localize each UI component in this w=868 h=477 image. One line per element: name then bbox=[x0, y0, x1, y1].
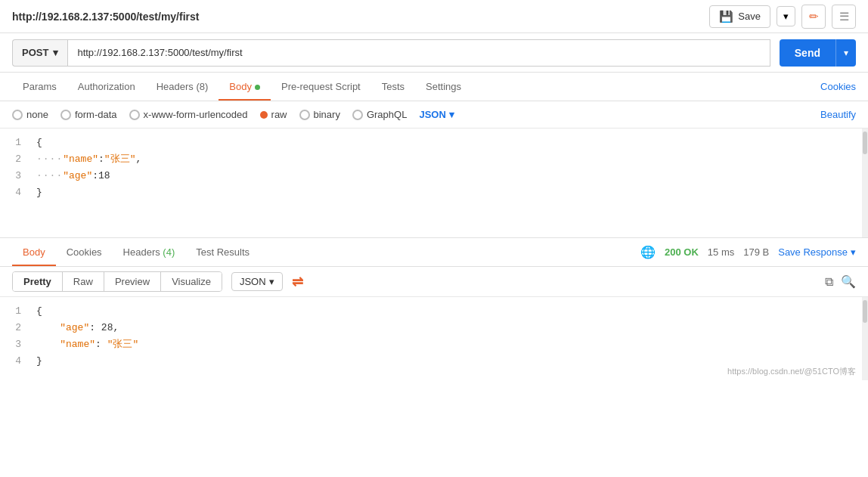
method-label: POST bbox=[22, 47, 48, 58]
fmt-tab-pretty[interactable]: Pretty bbox=[13, 272, 63, 291]
status-code: 200 OK bbox=[665, 246, 699, 258]
resp-tab-body[interactable]: Body bbox=[12, 239, 56, 265]
request-tabs: Params Authorization Headers (8) Body Pr… bbox=[0, 73, 868, 101]
resp-code-line-3: ····"name": "张三" bbox=[36, 336, 856, 353]
notes-button[interactable]: ☰ bbox=[832, 5, 856, 29]
request-bar: POST ▾ Send ▾ bbox=[0, 33, 868, 73]
edit-icon: ✏ bbox=[809, 10, 819, 23]
beautify-button[interactable]: Beautify bbox=[820, 109, 856, 120]
request-code-content[interactable]: { ····"name":"张三", ····"age":18 } bbox=[30, 129, 862, 237]
response-time: 15 ms bbox=[708, 246, 734, 258]
notes-icon: ☰ bbox=[839, 10, 849, 23]
save-chevron-button[interactable]: ▾ bbox=[777, 6, 795, 26]
radio-raw-dot bbox=[260, 111, 268, 119]
format-tab-group: Pretty Raw Preview Visualize bbox=[12, 271, 222, 292]
response-scrollbar[interactable] bbox=[862, 297, 868, 380]
option-raw[interactable]: raw bbox=[260, 109, 287, 120]
code-line-4: } bbox=[36, 184, 856, 201]
save-button[interactable]: 💾 Save bbox=[709, 5, 770, 28]
resp-code-line-2: ····"age": 28, bbox=[36, 320, 856, 336]
option-graphql[interactable]: GraphQL bbox=[352, 109, 407, 120]
cookies-link[interactable]: Cookies bbox=[820, 81, 856, 92]
fmt-tab-visualize[interactable]: Visualize bbox=[161, 272, 222, 291]
response-size: 179 B bbox=[743, 246, 769, 258]
resp-tab-cookies[interactable]: Cookies bbox=[56, 239, 113, 265]
option-form-data[interactable]: form-data bbox=[60, 109, 117, 120]
resp-code-line-1: { bbox=[36, 303, 856, 320]
wrap-lines-icon[interactable]: ⇌ bbox=[292, 274, 303, 290]
body-active-dot bbox=[255, 85, 260, 90]
response-line-numbers: 1 2 3 4 bbox=[0, 297, 30, 380]
resp-tab-test-results[interactable]: Test Results bbox=[185, 239, 260, 265]
tab-pre-request-script[interactable]: Pre-request Script bbox=[271, 73, 371, 100]
send-chevron-button[interactable]: ▾ bbox=[835, 39, 856, 67]
tab-tests[interactable]: Tests bbox=[371, 73, 415, 100]
edit-button[interactable]: ✏ bbox=[801, 5, 826, 29]
url-input[interactable] bbox=[67, 39, 770, 67]
request-scrollbar-thumb bbox=[863, 132, 867, 154]
radio-form-data bbox=[60, 110, 71, 120]
tab-settings[interactable]: Settings bbox=[415, 73, 472, 100]
request-scrollbar[interactable] bbox=[862, 129, 868, 237]
radio-graphql bbox=[352, 110, 363, 120]
save-response-chevron-icon: ▾ bbox=[851, 246, 856, 258]
code-line-3: ····"age":18 bbox=[36, 168, 856, 184]
code-line-2: ····"name":"张三", bbox=[36, 151, 856, 168]
radio-binary bbox=[299, 110, 310, 120]
top-bar: http://192.168.2.137:5000/test/my/first … bbox=[0, 0, 868, 33]
tab-body[interactable]: Body bbox=[219, 73, 271, 100]
save-response-button[interactable]: Save Response ▾ bbox=[778, 246, 856, 258]
json-format-select[interactable]: JSON ▾ bbox=[419, 109, 454, 120]
response-tabs: Body Cookies Headers (4) Test Results 🌐 … bbox=[0, 238, 868, 267]
body-options: none form-data x-www-form-urlencoded raw… bbox=[0, 101, 868, 129]
send-chevron-icon: ▾ bbox=[844, 48, 848, 58]
option-urlencoded[interactable]: x-www-form-urlencoded bbox=[129, 109, 248, 120]
json-fmt-chevron-icon: ▾ bbox=[269, 276, 274, 287]
json-chevron-icon: ▾ bbox=[449, 109, 454, 120]
top-bar-url: http://192.168.2.137:5000/test/my/first bbox=[12, 11, 199, 23]
method-select[interactable]: POST ▾ bbox=[12, 39, 67, 67]
globe-icon: 🌐 bbox=[640, 245, 656, 259]
tab-params[interactable]: Params bbox=[12, 73, 67, 100]
save-icon: 💾 bbox=[719, 10, 733, 23]
code-line-1: { bbox=[36, 135, 856, 151]
radio-none bbox=[12, 110, 23, 120]
request-line-numbers: 1 2 3 4 bbox=[0, 129, 30, 237]
method-chevron-icon: ▾ bbox=[53, 47, 58, 58]
copy-icon[interactable]: ⧉ bbox=[825, 275, 833, 289]
save-label: Save bbox=[738, 11, 761, 22]
response-action-icons: ⧉ 🔍 bbox=[825, 274, 856, 289]
response-code-editor[interactable]: 1 2 3 4 { ····"age": 28, ····"name": "张三… bbox=[0, 297, 868, 380]
response-scrollbar-thumb bbox=[863, 300, 867, 323]
send-button[interactable]: Send bbox=[780, 39, 835, 67]
request-code-editor[interactable]: 1 2 3 4 { ····"name":"张三", ····"age":18 … bbox=[0, 129, 868, 238]
option-binary[interactable]: binary bbox=[299, 109, 340, 120]
option-none[interactable]: none bbox=[12, 109, 48, 120]
response-status: 🌐 200 OK 15 ms 179 B Save Response ▾ bbox=[640, 245, 856, 259]
watermark: https://blog.csdn.net/@51CTO博客 bbox=[727, 366, 856, 377]
radio-urlencoded bbox=[129, 110, 140, 120]
response-json-select[interactable]: JSON ▾ bbox=[231, 272, 283, 291]
chevron-down-icon: ▾ bbox=[783, 11, 789, 22]
resp-tab-headers[interactable]: Headers (4) bbox=[113, 239, 186, 265]
tab-headers[interactable]: Headers (8) bbox=[146, 73, 219, 100]
fmt-tab-raw[interactable]: Raw bbox=[63, 272, 104, 291]
format-bar: Pretty Raw Preview Visualize JSON ▾ ⇌ ⧉ … bbox=[0, 267, 868, 297]
tab-authorization[interactable]: Authorization bbox=[67, 73, 146, 100]
search-icon[interactable]: 🔍 bbox=[841, 274, 856, 289]
fmt-tab-preview[interactable]: Preview bbox=[104, 272, 161, 291]
send-button-group: Send ▾ bbox=[780, 39, 856, 67]
top-bar-actions: 💾 Save ▾ ✏ ☰ bbox=[709, 5, 856, 29]
